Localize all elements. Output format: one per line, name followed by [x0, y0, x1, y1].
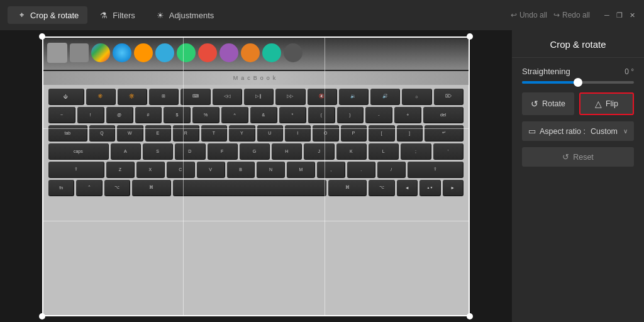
crop-border-bottom: [42, 315, 470, 316]
reset-icon: ↺: [562, 152, 569, 162]
minimize-button[interactable]: ─: [602, 11, 611, 19]
undo-redo-group: ↩ Undo all ↪ Redo all: [511, 11, 590, 19]
reset-button[interactable]: ↺ Reset: [522, 147, 634, 167]
close-button[interactable]: ✕: [628, 11, 636, 19]
crop-border-right: [469, 36, 470, 316]
rotate-icon: ↺: [531, 99, 538, 109]
top-bar-right: ↩ Undo all ↪ Redo all ─ ❐ ✕: [511, 11, 636, 19]
panel-title: Crop & rotate: [512, 30, 644, 58]
tab-filters[interactable]: ⚗ Filters: [90, 6, 143, 24]
redo-button[interactable]: ↪ Redo all: [553, 11, 590, 19]
photo-container: MacBook ⏻ 🔅 🔆 ⊞ ⌨ ◁◁ ▷❙ ▷▷ 🔇: [42, 36, 470, 316]
tab-group: ⌖ Crop & rotate ⚗ Filters ☀ Adjustments: [8, 6, 223, 24]
aspect-ratio-label: Aspect ratio :: [540, 127, 586, 136]
straightening-value: 0 °: [625, 67, 634, 76]
rotate-flip-row: ↺ Rotate △ Flip: [522, 92, 634, 115]
straightening-slider[interactable]: [522, 81, 634, 84]
flip-label: Flip: [606, 99, 618, 108]
tab-crop-rotate-label: Crop & rotate: [30, 11, 79, 20]
flip-button[interactable]: △ Flip: [579, 92, 634, 115]
restore-button[interactable]: ❐: [615, 11, 624, 19]
undo-button[interactable]: ↩ Undo all: [511, 11, 547, 19]
tab-crop-rotate[interactable]: ⌖ Crop & rotate: [8, 6, 87, 24]
top-bar: ⌖ Crop & rotate ⚗ Filters ☀ Adjustments …: [0, 0, 644, 30]
adjustments-icon: ☀: [155, 10, 165, 20]
aspect-ratio-value: Custom: [591, 127, 618, 136]
aspect-ratio-right: ∨: [623, 128, 628, 135]
crop-rotate-icon: ⌖: [16, 10, 26, 20]
crop-grid-h1: [42, 128, 470, 129]
redo-icon: ↪: [553, 11, 560, 19]
crop-border-left: [42, 36, 43, 316]
filters-icon: ⚗: [99, 10, 109, 20]
aspect-ratio-row[interactable]: ▭ Aspect ratio : Custom ∨: [522, 121, 634, 141]
tab-filters-label: Filters: [113, 11, 135, 20]
undo-icon: ↩: [511, 11, 517, 19]
crop-grid-h2: [42, 221, 470, 221]
straightening-row: Straightening 0 °: [522, 67, 634, 76]
redo-label: Redo all: [562, 11, 590, 19]
panel-section-straightening: Straightening 0 ° ↺ Rotate △ Flip: [512, 58, 644, 175]
aspect-icon: ▭: [528, 126, 536, 136]
tab-adjustments[interactable]: ☀ Adjustments: [147, 6, 223, 24]
canvas-area: MacBook ⏻ 🔅 🔆 ⊞ ⌨ ◁◁ ▷❙ ▷▷ 🔇: [0, 30, 512, 322]
tab-adjustments-label: Adjustments: [169, 11, 214, 20]
crop-overlay: [42, 36, 470, 316]
straightening-label: Straightening: [522, 67, 570, 76]
undo-label: Undo all: [519, 11, 547, 19]
rotate-button[interactable]: ↺ Rotate: [522, 92, 574, 115]
reset-label: Reset: [573, 153, 594, 162]
main-content: MacBook ⏻ 🔅 🔆 ⊞ ⌨ ◁◁ ▷❙ ▷▷ 🔇: [0, 30, 644, 322]
aspect-ratio-left: ▭ Aspect ratio : Custom: [528, 126, 618, 136]
crop-handle-br[interactable]: [467, 313, 473, 319]
crop-border-top: [42, 36, 470, 38]
flip-icon: △: [595, 99, 602, 109]
rotate-label: Rotate: [542, 99, 565, 108]
window-controls: ─ ❐ ✕: [602, 11, 636, 19]
crop-grid-v1: [183, 36, 184, 316]
right-panel: Crop & rotate Straightening 0 ° ↺ Rotate…: [512, 30, 644, 322]
crop-grid-v2: [325, 36, 325, 316]
chevron-down-icon: ∨: [623, 128, 628, 135]
slider-thumb[interactable]: [574, 78, 582, 87]
slider-fill: [522, 81, 578, 84]
